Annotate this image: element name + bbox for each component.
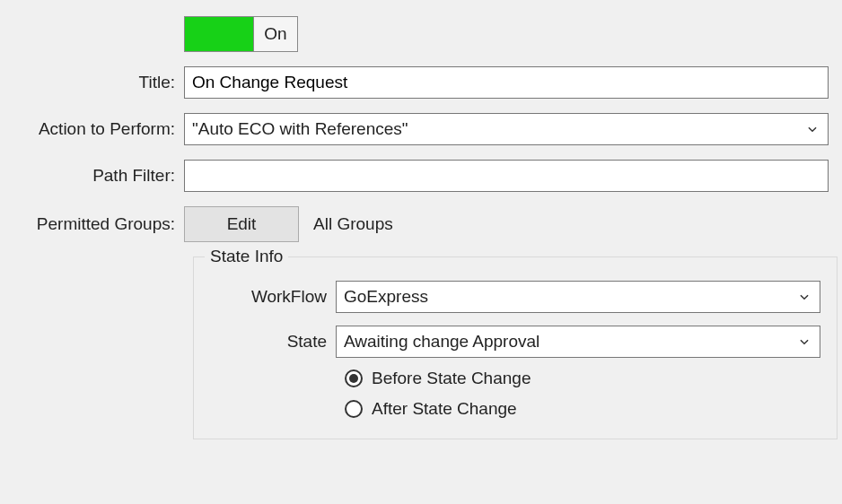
- permitted-groups-display: All Groups: [313, 214, 393, 234]
- path-filter-input[interactable]: [184, 160, 829, 192]
- action-label: Action to Perform:: [9, 119, 184, 139]
- state-label: State: [210, 332, 336, 352]
- radio-before-state-change[interactable]: Before State Change: [345, 369, 820, 388]
- enabled-toggle-button[interactable]: On: [253, 16, 298, 52]
- path-filter-label: Path Filter:: [9, 166, 184, 186]
- state-info-group: State Info WorkFlow GoExpress State Awai…: [193, 256, 838, 439]
- edit-groups-button[interactable]: Edit: [184, 206, 299, 242]
- radio-icon: [345, 369, 363, 387]
- enabled-toggle-indicator[interactable]: [184, 16, 254, 52]
- radio-icon: [345, 400, 363, 418]
- title-input[interactable]: [184, 66, 829, 99]
- radio-before-label: Before State Change: [372, 369, 531, 388]
- chevron-down-icon: [796, 289, 812, 305]
- workflow-label: WorkFlow: [210, 287, 336, 307]
- state-select[interactable]: Awaiting change Approval: [336, 326, 820, 358]
- action-select-value: "Auto ECO with References": [192, 119, 804, 139]
- chevron-down-icon: [796, 334, 812, 350]
- workflow-select-value: GoExpress: [344, 287, 796, 307]
- radio-after-state-change[interactable]: After State Change: [345, 399, 820, 419]
- chevron-down-icon: [804, 121, 820, 137]
- enabled-toggle-label: On: [264, 24, 286, 44]
- state-info-legend: State Info: [205, 247, 288, 266]
- edit-groups-button-label: Edit: [227, 214, 257, 234]
- title-label: Title:: [9, 73, 184, 92]
- workflow-select[interactable]: GoExpress: [336, 281, 820, 313]
- permitted-groups-label: Permitted Groups:: [9, 214, 184, 234]
- radio-after-label: After State Change: [372, 399, 517, 419]
- action-select[interactable]: "Auto ECO with References": [184, 113, 829, 145]
- state-select-value: Awaiting change Approval: [344, 332, 796, 352]
